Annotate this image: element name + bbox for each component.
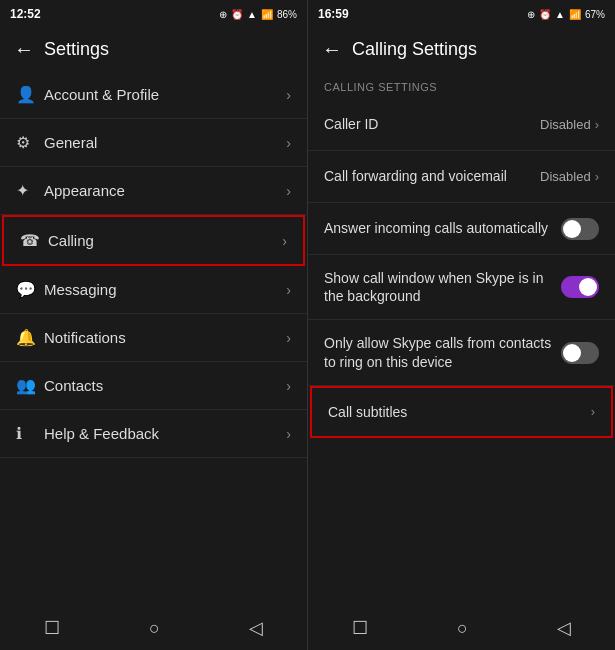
left-page-header: ← Settings: [0, 28, 307, 71]
right-panel: 16:59 ⊕ ⏰ ▲ 📶 67% ← Calling Settings CAL…: [307, 0, 615, 650]
right-time: 16:59: [318, 7, 349, 21]
left-settings-list: 👤 Account & Profile › ⚙ General › ✦ Appe…: [0, 71, 307, 606]
caller-id-label: Caller ID: [324, 115, 540, 133]
call-forwarding-item[interactable]: Call forwarding and voicemail Disabled ›: [308, 151, 615, 203]
left-alarm-icon: ⏰: [231, 9, 243, 20]
settings-item-general[interactable]: ⚙ General ›: [0, 119, 307, 167]
account-icon: 👤: [16, 85, 44, 104]
left-back-button[interactable]: ←: [14, 38, 34, 61]
right-skype-icon: ⊕: [527, 9, 535, 20]
messaging-label: Messaging: [44, 281, 286, 298]
call-forwarding-chevron: ›: [595, 169, 599, 184]
notifications-icon: 🔔: [16, 328, 44, 347]
calling-label: Calling: [48, 232, 282, 249]
left-page-title: Settings: [44, 39, 109, 60]
left-signal-icon: 📶: [261, 9, 273, 20]
settings-item-help[interactable]: ℹ Help & Feedback ›: [0, 410, 307, 458]
help-label: Help & Feedback: [44, 425, 286, 442]
right-alarm-icon: ⏰: [539, 9, 551, 20]
call-subtitles-chevron: ›: [591, 404, 595, 419]
right-page-header: ← Calling Settings: [308, 28, 615, 71]
answer-incoming-toggle-knob: [563, 220, 581, 238]
right-battery: 67%: [585, 9, 605, 20]
nav-circle-left[interactable]: ○: [149, 618, 160, 639]
caller-id-chevron: ›: [595, 117, 599, 132]
caller-id-value: Disabled: [540, 117, 591, 132]
right-wifi-icon: ▲: [555, 9, 565, 20]
left-panel: 12:52 ⊕ ⏰ ▲ 📶 86% ← Settings 👤 Account &…: [0, 0, 307, 650]
only-allow-item[interactable]: Only allow Skype calls from contacts to …: [308, 320, 615, 385]
right-back-button[interactable]: ←: [322, 38, 342, 61]
settings-item-messaging[interactable]: 💬 Messaging ›: [0, 266, 307, 314]
calling-icon: ☎: [20, 231, 48, 250]
call-forwarding-label: Call forwarding and voicemail: [324, 167, 540, 185]
contacts-chevron: ›: [286, 378, 291, 394]
nav-triangle-right[interactable]: ◁: [557, 617, 571, 639]
only-allow-label: Only allow Skype calls from contacts to …: [324, 334, 561, 370]
appearance-label: Appearance: [44, 182, 286, 199]
help-chevron: ›: [286, 426, 291, 442]
notifications-chevron: ›: [286, 330, 291, 346]
settings-item-account[interactable]: 👤 Account & Profile ›: [0, 71, 307, 119]
left-wifi-icon: ▲: [247, 9, 257, 20]
contacts-label: Contacts: [44, 377, 286, 394]
caller-id-item[interactable]: Caller ID Disabled ›: [308, 99, 615, 151]
nav-square-right[interactable]: ☐: [352, 617, 368, 639]
calling-chevron: ›: [282, 233, 287, 249]
account-chevron: ›: [286, 87, 291, 103]
left-time: 12:52: [10, 7, 41, 21]
general-label: General: [44, 134, 286, 151]
left-battery: 86%: [277, 9, 297, 20]
only-allow-toggle[interactable]: [561, 342, 599, 364]
help-icon: ℹ: [16, 424, 44, 443]
general-icon: ⚙: [16, 133, 44, 152]
left-nav-bar: ☐ ○ ◁: [0, 606, 307, 650]
right-page-title: Calling Settings: [352, 39, 477, 60]
right-status-bar: 16:59 ⊕ ⏰ ▲ 📶 67%: [308, 0, 615, 28]
left-status-bar: 12:52 ⊕ ⏰ ▲ 📶 86%: [0, 0, 307, 28]
right-nav-bar: ☐ ○ ◁: [308, 606, 615, 650]
only-allow-toggle-knob: [563, 344, 581, 362]
answer-incoming-item[interactable]: Answer incoming calls automatically: [308, 203, 615, 255]
appearance-icon: ✦: [16, 181, 44, 200]
settings-item-calling[interactable]: ☎ Calling ›: [2, 215, 305, 266]
messaging-icon: 💬: [16, 280, 44, 299]
right-status-icons: ⊕ ⏰ ▲ 📶 67%: [527, 9, 605, 20]
calling-settings-list: Caller ID Disabled › Call forwarding and…: [308, 99, 615, 606]
call-subtitles-item[interactable]: Call subtitles ›: [310, 386, 613, 438]
answer-incoming-toggle[interactable]: [561, 218, 599, 240]
settings-item-contacts[interactable]: 👥 Contacts ›: [0, 362, 307, 410]
contacts-icon: 👥: [16, 376, 44, 395]
appearance-chevron: ›: [286, 183, 291, 199]
answer-incoming-label: Answer incoming calls automatically: [324, 219, 561, 237]
settings-item-notifications[interactable]: 🔔 Notifications ›: [0, 314, 307, 362]
messaging-chevron: ›: [286, 282, 291, 298]
notifications-label: Notifications: [44, 329, 286, 346]
settings-item-appearance[interactable]: ✦ Appearance ›: [0, 167, 307, 215]
general-chevron: ›: [286, 135, 291, 151]
nav-triangle-left[interactable]: ◁: [249, 617, 263, 639]
left-skype-icon: ⊕: [219, 9, 227, 20]
nav-circle-right[interactable]: ○: [457, 618, 468, 639]
show-call-window-label: Show call window when Skype is in the ba…: [324, 269, 561, 305]
nav-square-left[interactable]: ☐: [44, 617, 60, 639]
calling-section-label: CALLING SETTINGS: [308, 71, 615, 99]
account-label: Account & Profile: [44, 86, 286, 103]
call-subtitles-label: Call subtitles: [328, 403, 587, 421]
show-call-window-item[interactable]: Show call window when Skype is in the ba…: [308, 255, 615, 320]
call-forwarding-value: Disabled: [540, 169, 591, 184]
right-signal-icon: 📶: [569, 9, 581, 20]
show-call-window-toggle-knob: [579, 278, 597, 296]
show-call-window-toggle[interactable]: [561, 276, 599, 298]
left-status-icons: ⊕ ⏰ ▲ 📶 86%: [219, 9, 297, 20]
